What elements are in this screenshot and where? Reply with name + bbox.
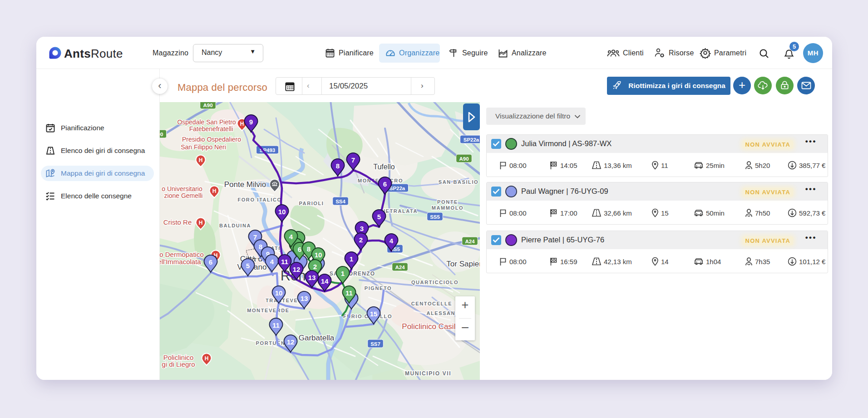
- svg-text:6: 6: [209, 258, 212, 266]
- svg-text:MAMMOLO: MAMMOLO: [432, 205, 464, 211]
- svg-text:Presidio Ospedaliero: Presidio Ospedaliero: [182, 136, 241, 143]
- svg-text:FORO ITALICO: FORO ITALICO: [237, 197, 281, 202]
- svg-text:PONTE: PONTE: [437, 199, 458, 205]
- svg-text:MONTEVERDE: MONTEVERDE: [247, 308, 290, 313]
- svg-text:CENTOCELLE: CENTOCELLE: [411, 301, 452, 306]
- svg-text:Ospedale San Pietro: Ospedale San Pietro: [177, 118, 236, 126]
- svg-text:13: 13: [308, 274, 316, 281]
- svg-text:9: 9: [249, 118, 253, 126]
- svg-text:3: 3: [360, 225, 364, 232]
- svg-text:A24: A24: [465, 239, 475, 244]
- svg-text:4: 4: [390, 237, 394, 245]
- svg-text:H: H: [205, 355, 209, 362]
- svg-text:10: 10: [315, 251, 322, 259]
- svg-text:A90: A90: [459, 156, 469, 162]
- svg-text:5: 5: [377, 213, 381, 221]
- svg-text:Cristo Re: Cristo Re: [163, 218, 192, 226]
- svg-text:12: 12: [293, 266, 301, 273]
- svg-text:SS4: SS4: [335, 199, 345, 204]
- svg-text:PARIOLI: PARIOLI: [299, 201, 324, 206]
- svg-text:1: 1: [350, 255, 353, 263]
- svg-text:11: 11: [281, 258, 288, 266]
- svg-text:4: 4: [270, 258, 274, 266]
- svg-text:SS7: SS7: [370, 341, 380, 347]
- svg-text:15: 15: [370, 310, 378, 318]
- svg-text:12: 12: [287, 338, 295, 346]
- svg-text:7: 7: [351, 156, 355, 164]
- svg-text:8: 8: [336, 162, 340, 170]
- svg-text:11: 11: [345, 289, 353, 297]
- svg-text:QUARTICCIOLO: QUARTICCIOLO: [411, 280, 459, 285]
- svg-text:SAN BASILIO: SAN BASILIO: [439, 179, 479, 185]
- svg-text:8: 8: [259, 243, 262, 251]
- svg-text:o Dermopatico: o Dermopatico: [160, 251, 204, 258]
- svg-text:zione Gemelli: zione Gemelli: [164, 192, 203, 199]
- svg-text:o Universitario: o Universitario: [162, 185, 202, 192]
- svg-text:10: 10: [278, 208, 286, 216]
- svg-text:H: H: [199, 220, 203, 226]
- svg-text:10: 10: [275, 289, 283, 297]
- svg-text:A24: A24: [395, 265, 405, 270]
- svg-text:7: 7: [253, 233, 257, 241]
- svg-text:H: H: [199, 157, 203, 163]
- svg-text:SP22a: SP22a: [390, 186, 405, 191]
- svg-text:13: 13: [301, 295, 308, 302]
- svg-text:San Filippo Neri: San Filippo Neri: [181, 143, 226, 151]
- svg-text:Ponte Milvio: Ponte Milvio: [224, 180, 266, 189]
- svg-text:Fatebenefratelli: Fatebenefratelli: [189, 125, 233, 133]
- svg-text:A90: A90: [203, 103, 212, 108]
- svg-text:Garbatella: Garbatella: [299, 334, 335, 342]
- svg-text:ell'Immacolata: ell'Immacolata: [160, 258, 201, 266]
- svg-text:2: 2: [313, 263, 317, 270]
- svg-text:gi di Liegro: gi di Liegro: [162, 360, 195, 368]
- svg-text:14: 14: [321, 277, 329, 285]
- svg-text:BALDUINA: BALDUINA: [219, 223, 251, 228]
- svg-text:Policlinico Casilin: Policlinico Casilin: [402, 322, 461, 331]
- svg-text:8: 8: [307, 245, 311, 253]
- svg-text:5: 5: [246, 262, 250, 270]
- svg-text:Tor Sapien: Tor Sapien: [446, 260, 480, 268]
- svg-text:Tufello: Tufello: [373, 163, 395, 171]
- svg-text:2: 2: [359, 236, 363, 244]
- svg-text:PIGNETO: PIGNETO: [365, 285, 392, 291]
- svg-text:90: 90: [160, 132, 163, 137]
- svg-text:6: 6: [298, 246, 301, 253]
- svg-text:11: 11: [272, 321, 280, 329]
- svg-text:SP22a: SP22a: [464, 137, 479, 143]
- svg-text:H: H: [240, 121, 244, 127]
- svg-text:4: 4: [289, 233, 293, 241]
- svg-text:6: 6: [383, 180, 387, 188]
- svg-text:MUNICIPIO VII: MUNICIPIO VII: [405, 370, 451, 377]
- svg-text:SS5: SS5: [430, 214, 440, 220]
- svg-text:H: H: [212, 188, 217, 194]
- svg-text:1: 1: [341, 270, 345, 277]
